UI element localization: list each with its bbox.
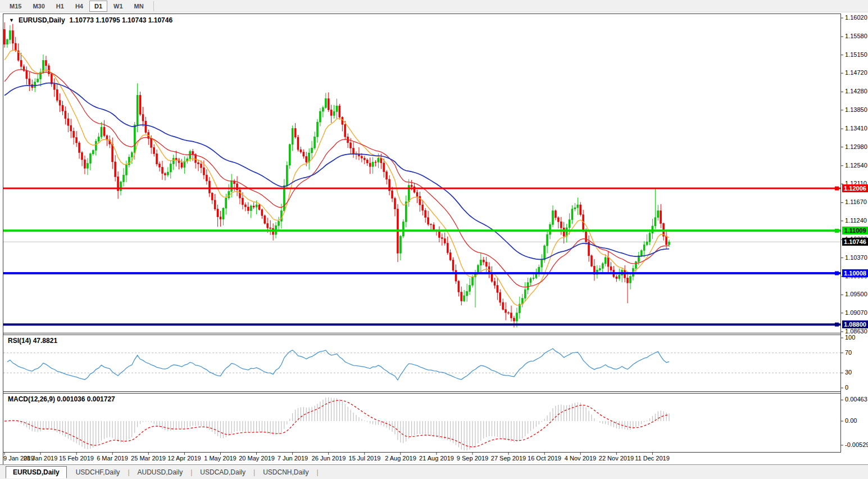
- rsi-indicator-label: RSI(14) 47.8821: [8, 337, 57, 345]
- toolbar-separator: [153, 1, 154, 11]
- timeframe-button-h4[interactable]: H4: [70, 1, 88, 12]
- price-tick-label: 1.16020: [845, 14, 867, 21]
- price-tick-label: 1.11240: [845, 217, 867, 224]
- price-tick-label: 1.11670: [845, 198, 867, 205]
- price-tick-label: 1.15150: [845, 51, 867, 58]
- timeframe-button-d1[interactable]: D1: [89, 1, 107, 12]
- rsi-tick-label: 0: [845, 384, 848, 391]
- collapse-chart-icon[interactable]: ▼: [9, 17, 14, 23]
- date-axis-label: 7 Jun 2019: [278, 455, 308, 462]
- macd-indicator-label: MACD(12,26,9) 0.001036 0.001727: [8, 395, 115, 403]
- hline-support-navy-handle[interactable]: [835, 323, 839, 327]
- timeframe-button-mn[interactable]: MN: [129, 1, 149, 12]
- price-tick-label: 1.13850: [845, 106, 867, 113]
- hline-price-badge: 1.12006: [842, 184, 868, 192]
- hline-support-green-handle[interactable]: [835, 229, 839, 233]
- price-tick-label: 1.15580: [845, 33, 867, 39]
- timeframe-button-m30[interactable]: M30: [28, 1, 49, 12]
- date-axis-label: 15 Feb 2019: [59, 455, 94, 462]
- hline-price-badge: 1.10008: [842, 269, 868, 277]
- date-axis-label: 22 Nov 2019: [599, 455, 634, 462]
- rsi-tick-label: 70: [845, 349, 852, 356]
- date-axis-label: 9 Sep 2019: [457, 455, 488, 462]
- tab-separator: |: [126, 468, 130, 476]
- price-tick-label: 1.12980: [845, 143, 867, 150]
- macd-tick-label: 0.00: [845, 417, 857, 424]
- current-price-badge: 1.10746: [842, 238, 868, 246]
- date-axis-label: 12 Apr 2019: [167, 455, 201, 462]
- macd-tick-label: 0.00463: [845, 396, 867, 403]
- date-axis-label: 27 Sep 2019: [491, 455, 526, 462]
- price-chart-svg[interactable]: [0, 0, 868, 479]
- chart-tab-usdcad[interactable]: USDCAD,Daily: [193, 467, 252, 478]
- symbol-tab-bar: EURUSD,DailyUSDCHF,Daily|AUDUSD,Daily|US…: [0, 464, 868, 479]
- macd-histogram: [4, 397, 669, 450]
- chart-tab-eurusd[interactable]: EURUSD,Daily: [6, 466, 67, 478]
- price-tick-label: 1.14720: [845, 69, 867, 76]
- chart-title: ▼ EURUSD,Daily 1.10773 1.10795 1.10743 1…: [9, 16, 172, 24]
- rsi-tick-label: 100: [845, 334, 855, 341]
- date-axis-label: 2 Aug 2019: [385, 455, 416, 462]
- price-tick-label: 1.10370: [845, 254, 867, 261]
- chart-window-border: [3, 14, 841, 453]
- rsi-line: [7, 349, 669, 380]
- hline-support-blue-handle[interactable]: [835, 272, 839, 275]
- chart-ohlc-values: 1.10773 1.10795 1.10743 1.10746: [70, 16, 173, 24]
- price-tick-label: 1.14280: [845, 88, 867, 94]
- chart-tab-usdchf[interactable]: USDCHF,Daily: [69, 467, 127, 478]
- price-tick-label: 1.09070: [845, 309, 867, 316]
- chart-tab-audusd[interactable]: AUDUSD,Daily: [131, 467, 190, 478]
- hline-price-badge: 1.08800: [842, 320, 868, 328]
- timeframe-button-w1[interactable]: W1: [108, 1, 128, 12]
- date-axis-label: 11 Dec 2019: [635, 455, 670, 462]
- tab-separator: |: [315, 468, 319, 476]
- date-axis-label: 1 May 2019: [204, 455, 236, 462]
- candlesticks: [4, 22, 670, 328]
- tab-separator: |: [189, 468, 193, 476]
- price-tick-label: 1.13410: [845, 125, 867, 132]
- tab-separator: |: [252, 468, 256, 476]
- chart-symbol-label: EURUSD,Daily: [19, 16, 65, 24]
- price-tick-label: 1.09500: [845, 291, 867, 297]
- timeframe-button-h1[interactable]: H1: [51, 1, 69, 12]
- rsi-tick-label: 30: [845, 369, 852, 376]
- date-axis-label: 4 Nov 2019: [565, 455, 596, 462]
- timeframe-toolbar: M15M30H1H4D1W1MN: [0, 0, 868, 12]
- date-axis-label: 26 Jun 2019: [312, 455, 346, 462]
- date-axis-label: 6 Mar 2019: [97, 455, 128, 462]
- date-axis-label: 20 May 2019: [239, 455, 275, 462]
- timeframe-button-m15[interactable]: M15: [4, 1, 26, 12]
- macd-tick-label: -0.005299: [845, 441, 868, 448]
- date-axis-label: 21 Aug 2019: [419, 455, 454, 462]
- chart-tab-usdcnh[interactable]: USDCNH,Daily: [256, 467, 315, 478]
- hline-resistance-red-handle[interactable]: [835, 187, 839, 191]
- date-axis-label: 25 Mar 2019: [131, 455, 166, 462]
- date-axis-label: 28 Jan 2019: [24, 455, 58, 462]
- hline-price-badge: 1.11009: [842, 227, 868, 234]
- ma-fast-line: [4, 50, 669, 305]
- price-tick-label: 1.12540: [845, 162, 867, 169]
- date-axis-label: 15 Jul 2019: [349, 455, 381, 462]
- date-axis-label: 16 Oct 2019: [528, 455, 561, 462]
